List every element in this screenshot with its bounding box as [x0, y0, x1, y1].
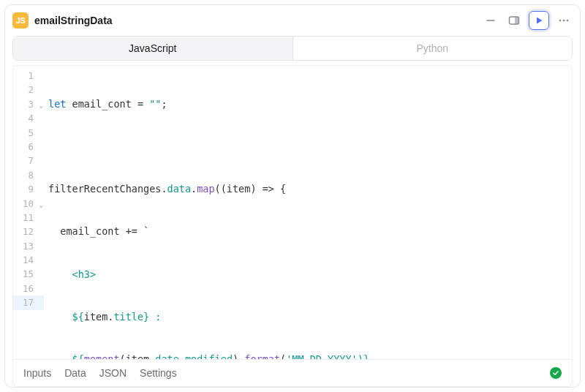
line-number: 2	[13, 83, 44, 97]
titlebar-actions	[482, 11, 573, 30]
line-number: 10⌄	[13, 197, 44, 211]
line-number: 9	[13, 182, 44, 196]
panel-title: emailStringData	[34, 15, 113, 26]
line-number: 13	[13, 239, 44, 253]
language-tabs: JavaScript Python	[12, 36, 573, 61]
svg-point-4	[563, 20, 565, 22]
line-number: 5	[13, 126, 44, 140]
line-number: 15	[13, 267, 44, 281]
code-panel: JS emailStringData JavaScript Python 1 2…	[4, 4, 581, 388]
line-number: 4	[13, 111, 44, 125]
footer-tab-settings[interactable]: Settings	[140, 367, 177, 379]
svg-point-5	[567, 20, 569, 22]
tab-python[interactable]: Python	[292, 37, 573, 60]
line-number: 6	[13, 140, 44, 154]
line-number: 14	[13, 253, 44, 267]
sidebar-toggle-icon[interactable]	[505, 12, 523, 29]
line-number: 11	[13, 211, 44, 225]
code-content[interactable]: let email_cont = ""; filterRecentChanges…	[44, 66, 572, 359]
footer-tab-json[interactable]: JSON	[99, 367, 127, 379]
svg-point-3	[559, 20, 562, 22]
line-number: 3⌄	[13, 97, 44, 111]
line-number: 8	[13, 168, 44, 182]
line-number: 1	[13, 69, 44, 83]
more-menu-button[interactable]	[555, 12, 573, 29]
footer-tab-data[interactable]: Data	[64, 367, 86, 379]
code-editor[interactable]: 1 2 3⌄ 4 5 6 7 8 9 10⌄ 11 12 13 14 15 16…	[12, 65, 573, 359]
footer-tabs: Inputs Data JSON Settings	[12, 359, 573, 387]
svg-rect-2	[515, 17, 519, 24]
line-number: 16	[13, 282, 44, 295]
footer-tab-inputs[interactable]: Inputs	[23, 367, 51, 379]
minimize-button[interactable]	[482, 12, 499, 29]
titlebar: JS emailStringData	[5, 5, 580, 34]
tab-javascript[interactable]: JavaScript	[13, 37, 292, 60]
status-ok-icon	[550, 367, 562, 379]
js-badge-icon: JS	[12, 12, 29, 29]
line-gutter: 1 2 3⌄ 4 5 6 7 8 9 10⌄ 11 12 13 14 15 16…	[13, 66, 44, 359]
line-number: 7	[13, 154, 44, 167]
line-number: 12	[13, 225, 44, 238]
line-number: 17	[13, 295, 44, 309]
run-button[interactable]	[529, 11, 549, 30]
